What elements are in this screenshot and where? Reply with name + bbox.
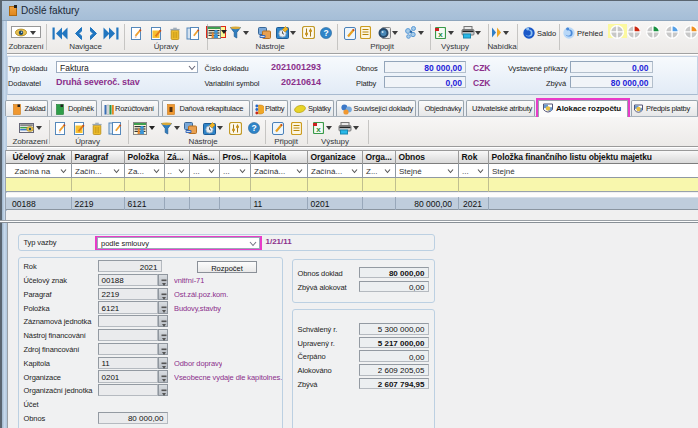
svg-text:x: x (316, 125, 321, 134)
svg-text:x: x (438, 29, 443, 38)
svg-text:?: ? (251, 123, 256, 133)
svg-text:?: ? (323, 28, 328, 38)
